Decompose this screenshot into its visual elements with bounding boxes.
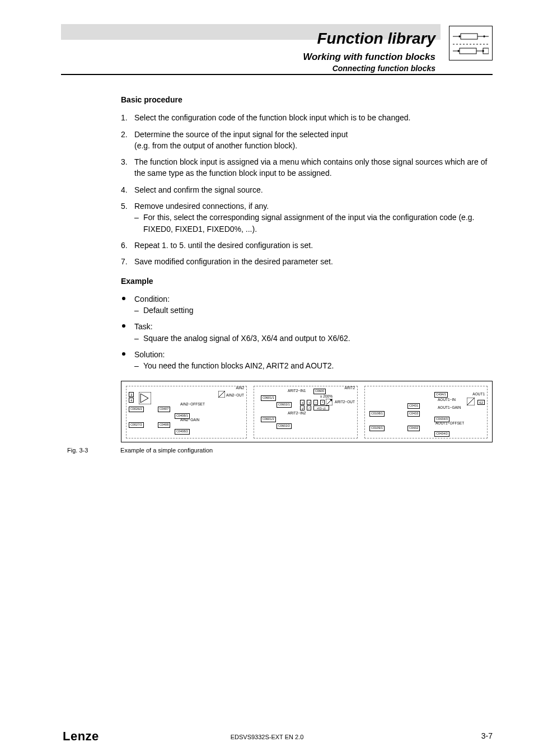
- arit2-frac: x/(1−y): [313, 405, 329, 410]
- ain2-c0027: C0027/2: [129, 422, 144, 428]
- aout1-pin62: 62: [477, 400, 485, 405]
- ain2-c0026: C0026/2: [129, 407, 144, 412]
- example-solution: Solution: You need the function blocks A…: [121, 349, 493, 372]
- page-title-block: Function library Working with function b…: [303, 29, 435, 73]
- block-arit2: ARIT2−IN1 C0600 ARIT2 ± 200% C0601/1 C06…: [254, 386, 358, 438]
- ain2-pin3: 3: [129, 392, 134, 397]
- arit2-y: y: [300, 405, 305, 410]
- figure-number: Fig. 3-3: [67, 447, 119, 454]
- arit2-mul: *: [320, 400, 325, 405]
- configuration-diagram: AIN2 3 4 AIN2−OUT AIN2−OFFSET C0026/2 C0…: [121, 381, 493, 442]
- aout1-c0109-1: C0109/1: [369, 426, 385, 431]
- arit2-plus: +: [307, 400, 311, 405]
- block-aout1: AOUT1 C434/1 AOUT1−IN 62 C0431 AOUT1−GAI…: [364, 386, 488, 438]
- ain2-c0408-2: C0408/2: [175, 429, 190, 435]
- header-icon: [449, 26, 493, 60]
- example-condition: Condition: Default setting: [121, 293, 493, 316]
- example-heading: Example: [121, 276, 493, 287]
- arit2-x: x: [300, 400, 305, 405]
- doc-code: EDSVS9332S-EXT EN 2.0: [0, 734, 534, 740]
- arit2-name: ARIT2: [345, 386, 355, 390]
- aout1-c0434-2: C0434/2: [434, 431, 449, 437]
- figure-caption: Fig. 3-3 Example of a simple configurati…: [67, 447, 213, 454]
- aout1-sum-icon: [467, 398, 475, 405]
- svg-point-4: [483, 35, 485, 38]
- arit2-out-icon: [326, 399, 332, 405]
- basic-procedure-heading: Basic procedure: [121, 94, 493, 105]
- arit2-c0600: C0600: [313, 389, 326, 394]
- svg-line-16: [218, 391, 225, 398]
- step-6: 6. Repeat 1. to 5. until the desired con…: [121, 240, 493, 251]
- main-content: Basic procedure 1. Select the configurat…: [121, 94, 493, 380]
- procedure-list: 1. Select the configuration code of the …: [121, 112, 493, 267]
- svg-marker-14: [140, 394, 148, 403]
- step-1: 1. Select the configuration code of the …: [121, 112, 493, 123]
- step-5-sub: For this, select the corresponding signa…: [134, 212, 493, 235]
- example-condition-sub: Default setting: [134, 305, 493, 316]
- ain2-sum-icon: [218, 391, 225, 398]
- ain2-c0407: C0407: [158, 407, 170, 412]
- svg-line-21: [467, 398, 475, 405]
- arit2-out: ARIT2−OUT: [335, 400, 355, 404]
- step-3: 3. The function block input is assigned …: [121, 156, 493, 179]
- svg-point-8: [457, 50, 460, 52]
- ain2-out: AIN2−OUT: [226, 393, 244, 397]
- arit2-c0601-2: C0601/2: [261, 417, 276, 422]
- example-task: Task: Square the analog signal of X6/3, …: [121, 321, 493, 344]
- aout1-offset: AOUT1−OFFSET: [435, 421, 464, 425]
- step-7: 7. Save modified configuration in the de…: [121, 256, 493, 267]
- aout1-gain: AOUT1−GAIN: [438, 405, 461, 409]
- header-divider: [61, 74, 493, 75]
- arit2-range: ± 200%: [320, 394, 332, 398]
- svg-point-1: [458, 35, 461, 38]
- aout1-c0432: C0432: [407, 426, 420, 431]
- figure-caption-text: Example of a simple configuration: [120, 447, 213, 454]
- step-2: 2. Determine the source of the input sig…: [121, 129, 493, 152]
- arit2-in2: ARIT2−IN2: [288, 411, 306, 415]
- arit2-minus: −: [313, 400, 318, 405]
- svg-line-18: [327, 400, 331, 404]
- ain2-gain: AIN2−GAIN: [180, 418, 199, 422]
- aout1-name: AOUT1: [472, 392, 485, 396]
- example-list: Condition: Default setting Task: Square …: [121, 293, 493, 372]
- svg-rect-2: [461, 34, 477, 39]
- ain2-pin4: 4: [129, 398, 134, 403]
- ain2-name: AIN2: [236, 386, 244, 390]
- page-number: 3-7: [481, 731, 493, 740]
- arit2-c0601-1: C0601/1: [261, 395, 276, 401]
- page-subsubtitle: Connecting function blocks: [303, 64, 435, 73]
- example-solution-sub: You need the function blocks AIN2, ARIT2…: [134, 360, 493, 371]
- aout1-c0108-1: C0108/1: [369, 411, 385, 417]
- page-subtitle: Working with function blocks: [303, 52, 435, 63]
- arit2-c0602-1: C0602/1: [277, 402, 292, 408]
- aout1-in: AOUT1−IN: [438, 398, 456, 402]
- ain2-amp-icon: [139, 392, 151, 404]
- step-4: 4. Select and confirm the signal source.: [121, 184, 493, 195]
- page-title: Function library: [303, 29, 435, 48]
- svg-rect-9: [460, 48, 476, 54]
- aout1-c434-1: C434/1: [434, 392, 448, 398]
- ain2-offset: AIN2−OFFSET: [180, 402, 205, 406]
- aout1-c0431: C0431: [407, 403, 420, 409]
- arit2-div: /: [307, 405, 311, 410]
- block-ain2: AIN2 3 4 AIN2−OUT AIN2−OFFSET C0026/2 C0…: [126, 386, 247, 438]
- aout1-c0433: C0433: [407, 411, 420, 417]
- step-5: 5. Remove undesired connections, if any.…: [121, 200, 493, 235]
- arit2-c0602-2: C0602/2: [277, 423, 292, 429]
- example-task-sub: Square the analog signal of X6/3, X6/4 a…: [134, 333, 493, 344]
- arit2-in1: ARIT2−IN1: [288, 389, 306, 393]
- ain2-c0408: C0408: [158, 422, 170, 428]
